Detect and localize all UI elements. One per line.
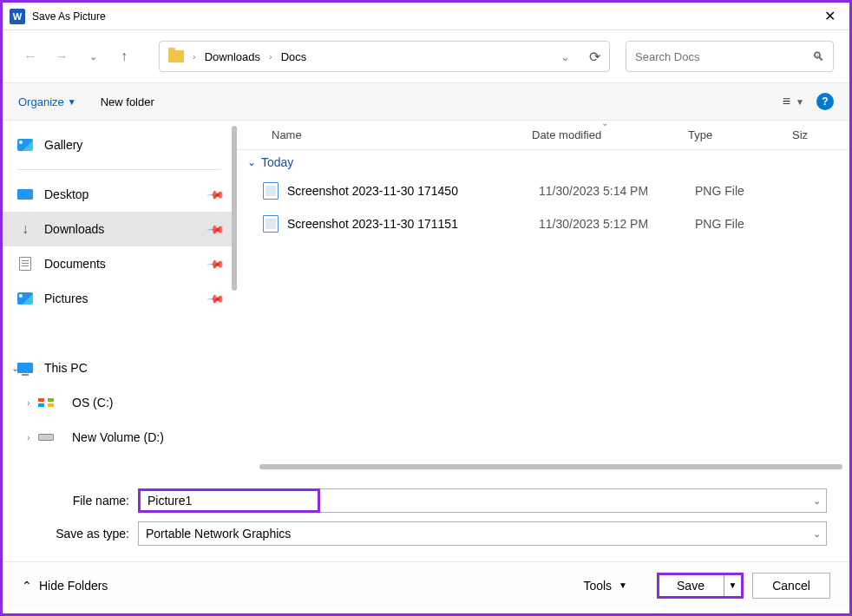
pictures-icon bbox=[17, 292, 33, 305]
file-row[interactable]: Screenshot 2023-11-30 171151 11/30/2023 … bbox=[237, 207, 849, 240]
chevron-down-icon[interactable]: ⌄ bbox=[813, 495, 821, 507]
save-as-type-label: Save as type: bbox=[25, 527, 138, 541]
sidebar-item-gallery[interactable]: Gallery bbox=[3, 128, 237, 162]
pin-icon: 📌 bbox=[206, 289, 226, 308]
sidebar-item-label: This PC bbox=[44, 361, 88, 375]
file-name-label: File name: bbox=[25, 494, 138, 508]
search-input[interactable] bbox=[635, 50, 812, 63]
collapse-icon: ⌄ bbox=[247, 156, 256, 168]
view-mode-button[interactable]: ≡ ▼ bbox=[783, 94, 804, 109]
pin-icon: 📌 bbox=[206, 185, 226, 204]
chevron-up-icon: ⌃ bbox=[22, 579, 32, 593]
sidebar-item-label: New Volume (D:) bbox=[72, 430, 164, 444]
address-dropdown[interactable]: ⌄ bbox=[560, 50, 570, 63]
tools-label: Tools bbox=[583, 579, 612, 593]
sidebar-item-label: Pictures bbox=[44, 292, 88, 305]
group-label: Today bbox=[261, 155, 293, 169]
sidebar-item-label: Documents bbox=[44, 257, 106, 271]
content-area: Gallery Desktop 📌 ↓ Downloads 📌 Document… bbox=[3, 121, 849, 476]
file-list-pane: ⌄ Name Date modified Type Siz ⌄ Today Sc… bbox=[237, 121, 849, 476]
bottom-bar: ⌃ Hide Folders Tools ▼ Save ▼ Cancel bbox=[3, 561, 849, 608]
chevron-down-icon: ▼ bbox=[68, 97, 76, 107]
sidebar-item-label: Downloads bbox=[44, 222, 104, 236]
titlebar: W Save As Picture ✕ bbox=[3, 3, 849, 30]
sidebar-item-documents[interactable]: Documents 📌 bbox=[3, 246, 237, 281]
save-split-dropdown[interactable]: ▼ bbox=[724, 575, 741, 596]
back-button[interactable]: ← bbox=[18, 44, 43, 69]
breadcrumb-separator: › bbox=[193, 51, 196, 62]
hide-folders-button[interactable]: ⌃ Hide Folders bbox=[22, 579, 108, 593]
downloads-icon: ↓ bbox=[16, 222, 34, 236]
file-date: 11/30/2023 5:12 PM bbox=[539, 217, 695, 231]
forward-button[interactable]: → bbox=[49, 44, 74, 69]
search-box[interactable]: 🔍︎ bbox=[626, 41, 834, 72]
file-type: PNG File bbox=[695, 184, 799, 198]
sidebar-item-label: OS (C:) bbox=[72, 396, 113, 410]
address-bar[interactable]: › Downloads › Docs ⌄ ⟳ bbox=[159, 41, 610, 72]
sidebar-item-downloads[interactable]: ↓ Downloads 📌 bbox=[3, 212, 237, 246]
recent-dropdown[interactable]: ⌄ bbox=[81, 44, 105, 69]
pin-icon: 📌 bbox=[206, 254, 226, 273]
sidebar: Gallery Desktop 📌 ↓ Downloads 📌 Document… bbox=[3, 121, 237, 476]
save-as-type-select[interactable]: Portable Network Graphics ⌄ bbox=[138, 521, 827, 546]
file-name-value: Picture1 bbox=[147, 494, 192, 508]
breadcrumb-docs[interactable]: Docs bbox=[281, 50, 307, 63]
pc-icon bbox=[17, 363, 33, 373]
save-as-type-value: Portable Network Graphics bbox=[146, 527, 291, 541]
refresh-button[interactable]: ⟳ bbox=[589, 49, 600, 65]
sidebar-separator bbox=[18, 169, 221, 170]
sidebar-item-drive-d[interactable]: › New Volume (D:) bbox=[3, 420, 237, 455]
file-name-row: File name: Picture1 ⌄ bbox=[25, 488, 827, 513]
file-row[interactable]: Screenshot 2023-11-30 171450 11/30/2023 … bbox=[237, 174, 849, 207]
hide-folders-label: Hide Folders bbox=[39, 579, 108, 593]
file-name-input[interactable]: Picture1 bbox=[138, 488, 320, 513]
organize-label: Organize bbox=[18, 95, 64, 108]
tools-dropdown[interactable]: Tools ▼ bbox=[583, 579, 627, 593]
cancel-button[interactable]: Cancel bbox=[752, 573, 830, 599]
sidebar-item-drive-c[interactable]: › OS (C:) bbox=[3, 385, 237, 420]
up-button[interactable]: ↑ bbox=[112, 44, 136, 69]
search-icon: 🔍︎ bbox=[812, 49, 824, 63]
column-headers: Name Date modified Type Siz bbox=[237, 121, 849, 150]
column-type[interactable]: Type bbox=[688, 128, 792, 141]
drive-icon bbox=[38, 434, 54, 441]
breadcrumb-separator: › bbox=[269, 51, 272, 62]
file-icon bbox=[263, 215, 279, 233]
expand-icon[interactable]: › bbox=[27, 397, 30, 408]
file-list-scrollbar[interactable] bbox=[259, 464, 842, 469]
expand-icon[interactable]: › bbox=[27, 432, 30, 442]
column-name[interactable]: Name bbox=[272, 128, 532, 141]
new-folder-button[interactable]: New folder bbox=[101, 95, 154, 108]
drive-icon bbox=[38, 398, 54, 407]
file-name-input-extend[interactable]: ⌄ bbox=[320, 488, 827, 513]
sidebar-item-desktop[interactable]: Desktop 📌 bbox=[3, 177, 237, 212]
sidebar-item-this-pc[interactable]: ⌄ This PC bbox=[3, 351, 237, 385]
close-button[interactable]: ✕ bbox=[817, 8, 842, 24]
group-header-today[interactable]: ⌄ Today bbox=[237, 150, 849, 174]
chevron-down-icon: ▼ bbox=[619, 580, 627, 590]
column-date[interactable]: Date modified bbox=[532, 128, 688, 141]
save-label: Save bbox=[677, 579, 705, 593]
gallery-icon bbox=[17, 139, 33, 151]
sidebar-item-pictures[interactable]: Pictures 📌 bbox=[3, 281, 237, 316]
form-area: File name: Picture1 ⌄ Save as type: Port… bbox=[3, 476, 849, 561]
cancel-label: Cancel bbox=[772, 579, 810, 593]
navigation-bar: ← → ⌄ ↑ › Downloads › Docs ⌄ ⟳ 🔍︎ bbox=[3, 30, 849, 82]
toolbar: Organize ▼ New folder ≡ ▼ ? bbox=[3, 82, 849, 121]
chevron-down-icon[interactable]: ⌄ bbox=[813, 528, 821, 540]
sidebar-item-label: Gallery bbox=[44, 138, 82, 152]
file-type: PNG File bbox=[695, 217, 799, 231]
column-size[interactable]: Siz bbox=[792, 128, 808, 141]
file-icon bbox=[263, 182, 279, 200]
breadcrumb-downloads[interactable]: Downloads bbox=[205, 50, 260, 63]
word-app-icon: W bbox=[10, 9, 25, 24]
save-as-type-row: Save as type: Portable Network Graphics … bbox=[25, 521, 827, 546]
help-button[interactable]: ? bbox=[816, 93, 834, 110]
sort-indicator-icon: ⌄ bbox=[601, 118, 608, 128]
save-button[interactable]: Save ▼ bbox=[657, 573, 744, 599]
file-name: Screenshot 2023-11-30 171151 bbox=[287, 217, 539, 231]
file-date: 11/30/2023 5:14 PM bbox=[539, 184, 695, 198]
organize-button[interactable]: Organize ▼ bbox=[18, 95, 76, 108]
file-name: Screenshot 2023-11-30 171450 bbox=[287, 184, 539, 198]
documents-icon bbox=[19, 257, 31, 271]
